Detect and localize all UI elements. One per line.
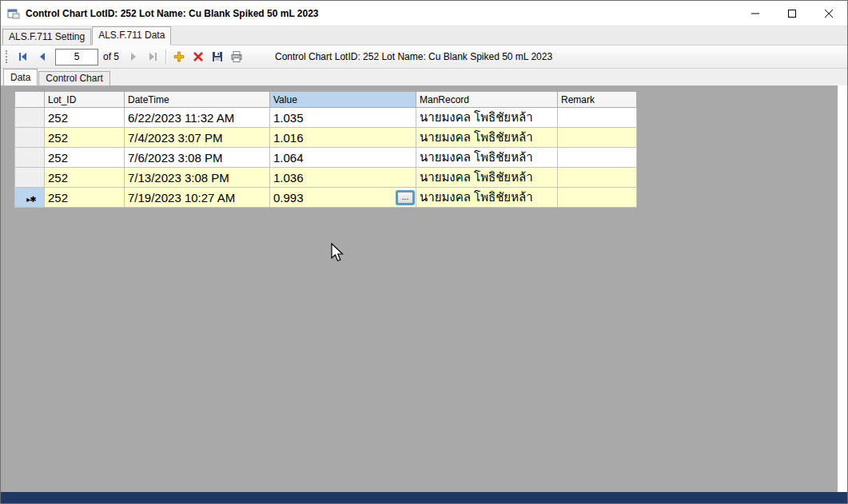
print-button[interactable] — [228, 48, 245, 65]
inner-tab-strip: Data Control Chart — [1, 69, 847, 85]
titlebar: Control Chart LotID: 252 Lot Name: Cu Bl… — [1, 1, 847, 26]
tab-label: Data — [10, 72, 30, 83]
move-last-button[interactable] — [144, 48, 161, 65]
window-controls — [737, 1, 847, 26]
row-header[interactable] — [15, 148, 45, 168]
move-last-icon — [146, 50, 159, 63]
position-input[interactable] — [55, 49, 98, 65]
cell-man-record[interactable]: นายมงคล โพธิชัยหล้า — [416, 108, 558, 128]
cell-datetime[interactable]: 7/19/2023 10:27 AM — [125, 188, 270, 208]
close-button[interactable] — [810, 1, 847, 26]
tab-data[interactable]: Data — [3, 69, 38, 85]
row-header-current[interactable]: ▸✱ — [15, 188, 45, 208]
cell-lot-id[interactable]: 252 — [45, 128, 125, 148]
cell-datetime[interactable]: 7/6/2023 3:08 PM — [125, 148, 270, 168]
cell-value[interactable]: 1.036 — [270, 168, 416, 188]
cell-remark[interactable] — [558, 128, 637, 148]
cell-value-editing[interactable]: 0.993 ... — [270, 188, 416, 208]
window-title: Control Chart LotID: 252 Lot Name: Cu Bl… — [26, 8, 319, 19]
data-tab-page: Lot_ID DateTime Value ManRecord Remark 2… — [1, 85, 838, 492]
app-window: Control Chart LotID: 252 Lot Name: Cu Bl… — [0, 0, 848, 504]
cell-remark[interactable] — [558, 188, 637, 208]
tab-label: ALS.F.711 Data — [98, 30, 165, 41]
tab-control-chart[interactable]: Control Chart — [38, 71, 109, 85]
cell-datetime[interactable]: 7/4/2023 3:07 PM — [125, 128, 270, 148]
tab-label: Control Chart — [46, 73, 102, 84]
record-count-label: of 5 — [103, 51, 119, 62]
edit-row-indicator-icon: ▸✱ — [26, 195, 35, 204]
row-header[interactable] — [15, 108, 45, 128]
move-next-button[interactable] — [125, 48, 142, 65]
save-button[interactable] — [209, 48, 226, 65]
toolbar-grip-icon[interactable] — [6, 50, 10, 63]
table-row[interactable]: 252 6/22/2023 11:32 AM 1.035 นายมงคล โพธ… — [15, 108, 637, 128]
right-gutter — [838, 85, 847, 492]
main-tab-strip: ALS.F.711 Setting ALS.F.711 Data — [1, 26, 847, 46]
bottom-panel — [1, 492, 847, 503]
maximize-button[interactable] — [774, 1, 810, 26]
row-header[interactable] — [15, 168, 45, 188]
move-first-icon — [17, 50, 30, 63]
column-header-man-record[interactable]: ManRecord — [416, 92, 558, 108]
column-header-value[interactable]: Value — [270, 92, 416, 108]
cell-man-record[interactable]: นายมงคล โพธิชัยหล้า — [416, 148, 558, 168]
ellipsis-focus-ring: ... — [396, 190, 415, 205]
cell-remark[interactable] — [558, 148, 637, 168]
data-grid: Lot_ID DateTime Value ManRecord Remark 2… — [14, 91, 637, 208]
add-new-button[interactable] — [170, 48, 188, 65]
tab-label: ALS.F.711 Setting — [9, 31, 85, 42]
move-next-icon — [127, 50, 140, 63]
cell-lot-id[interactable]: 252 — [45, 168, 125, 188]
app-icon — [7, 7, 20, 20]
delete-x-icon — [192, 50, 205, 63]
table-row[interactable]: 252 7/4/2023 3:07 PM 1.016 นายมงคล โพธิช… — [15, 128, 637, 148]
cell-man-record[interactable]: นายมงคล โพธิชัยหล้า — [416, 168, 558, 188]
toolbar-separator — [165, 50, 166, 64]
column-header-lot-id[interactable]: Lot_ID — [45, 92, 125, 108]
tab-als-f711-data[interactable]: ALS.F.711 Data — [92, 26, 171, 46]
row-header[interactable] — [15, 128, 45, 148]
tab-als-f711-setting[interactable]: ALS.F.711 Setting — [2, 29, 91, 45]
column-header-remark[interactable]: Remark — [558, 92, 637, 108]
cell-value[interactable]: 1.064 — [270, 148, 416, 168]
cell-value[interactable]: 1.035 — [270, 108, 416, 128]
delete-button[interactable] — [189, 48, 207, 65]
toolbar-title-label: Control Chart LotID: 252 Lot Name: Cu Bl… — [275, 51, 552, 62]
cell-datetime[interactable]: 6/22/2023 11:32 AM — [125, 108, 270, 128]
save-floppy-icon — [211, 50, 224, 63]
cell-value[interactable]: 1.016 — [270, 128, 416, 148]
minimize-button[interactable] — [737, 1, 774, 26]
cell-lot-id[interactable]: 252 — [45, 148, 125, 168]
mouse-cursor-icon — [330, 243, 344, 264]
table-row-current[interactable]: ▸✱ 252 7/19/2023 10:27 AM 0.993 ... — [15, 188, 637, 208]
cell-datetime[interactable]: 7/13/2023 3:08 PM — [125, 168, 270, 188]
cell-value-text: 0.993 — [273, 191, 304, 204]
add-icon — [173, 50, 185, 63]
binding-navigator-toolbar: of 5 Control Chart LotID: 252 Lot Name: … — [1, 46, 847, 69]
move-previous-icon — [36, 50, 49, 63]
cell-lot-id[interactable]: 252 — [45, 108, 125, 128]
table-row[interactable]: 252 7/6/2023 3:08 PM 1.064 นายมงคล โพธิช… — [15, 148, 637, 168]
move-previous-button[interactable] — [34, 48, 51, 65]
value-ellipsis-button[interactable]: ... — [397, 192, 413, 204]
grid-header-row: Lot_ID DateTime Value ManRecord Remark — [15, 92, 637, 108]
printer-icon — [230, 50, 243, 63]
cell-remark[interactable] — [558, 108, 637, 128]
cell-man-record[interactable]: นายมงคล โพธิชัยหล้า — [416, 188, 558, 208]
cell-remark[interactable] — [558, 168, 637, 188]
cell-man-record[interactable]: นายมงคล โพธิชัยหล้า — [416, 128, 558, 148]
column-header-datetime[interactable]: DateTime — [125, 92, 270, 108]
content-area: Lot_ID DateTime Value ManRecord Remark 2… — [1, 85, 847, 492]
grid-corner-header[interactable] — [15, 92, 45, 108]
table-row[interactable]: 252 7/13/2023 3:08 PM 1.036 นายมงคล โพธิ… — [15, 168, 637, 188]
move-first-button[interactable] — [14, 48, 32, 65]
cell-lot-id[interactable]: 252 — [45, 188, 125, 208]
